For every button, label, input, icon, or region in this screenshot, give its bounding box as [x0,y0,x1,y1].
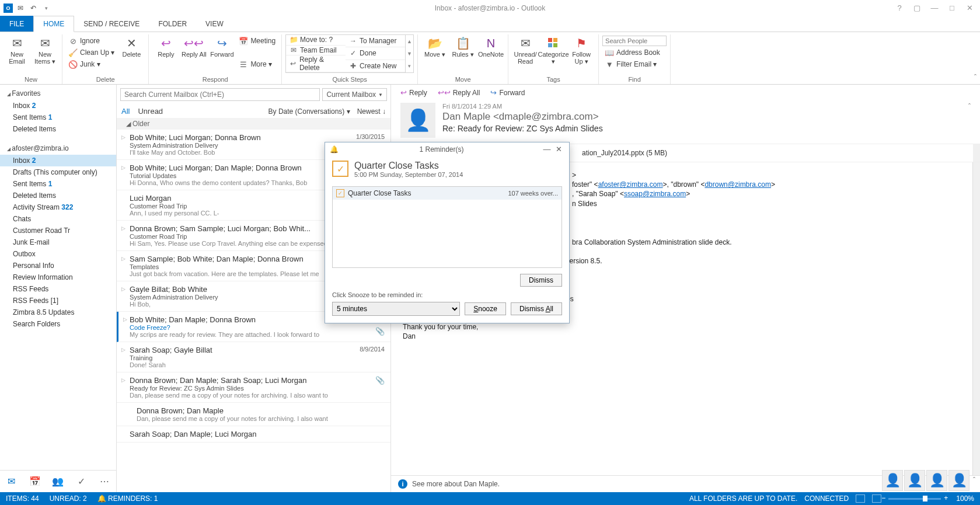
expand-icon[interactable]: ▷ [121,134,125,140]
qs-done[interactable]: ✓Done [346,47,405,60]
view-reading-icon[interactable] [872,494,881,503]
header-collapse-icon[interactable]: ˆ [968,103,971,111]
forward-button[interactable]: ↪Forward [208,34,235,58]
expand-icon[interactable]: ▷ [121,286,125,292]
email-link[interactable]: afoster@zimbra.com [598,180,663,189]
onenote-button[interactable]: NOneNote [477,34,504,58]
sort-by-dropdown[interactable]: By Date (Conversations) ▾ [268,107,350,116]
favorites-header[interactable]: Favorites [0,87,116,100]
filter-unread[interactable]: Unread [138,107,163,116]
expand-icon[interactable]: ▷ [123,316,127,322]
expand-icon[interactable]: ▷ [121,377,125,383]
nav-folder-item[interactable]: Zimbra 8.5 Updates [0,307,116,318]
search-scope-dropdown[interactable]: Current Mailbox▼ [322,88,387,101]
address-book-button[interactable]: 📖Address Book [602,47,667,58]
nav-folder-item[interactable]: Sent Items 1 [0,178,116,190]
email-link[interactable]: dbrown@zimbra.com [705,180,771,189]
zoom-slider[interactable] [888,498,941,500]
dialog-minimize-icon[interactable]: — [541,145,553,154]
nav-folder-item[interactable]: Review Information [0,271,116,283]
ribbon-collapse-icon[interactable]: ˆ [974,74,976,82]
nav-people-icon[interactable]: 👥 [51,475,65,489]
search-mailbox-input[interactable] [120,88,320,101]
search-people-input[interactable] [602,36,667,46]
sort-order[interactable]: Newest ↓ [357,107,386,116]
tab-view[interactable]: VIEW [196,16,233,32]
nav-mail-icon[interactable]: ✉ [5,475,19,489]
unread-read-button[interactable]: ✉Unread/ Read [512,34,539,65]
junk-button[interactable]: 🚫Junk ▾ [66,59,117,69]
expand-icon[interactable]: ▷ [121,165,125,170]
maximize-icon[interactable]: □ [944,2,960,14]
nav-folder-item[interactable]: Customer Road Tr [0,225,116,236]
categorize-button[interactable]: Categorize ▾ [540,34,567,65]
qs-team-email[interactable]: ✉Team Email [286,46,346,56]
qs-down-icon[interactable]: ▼ [406,47,413,60]
reading-reply-all-button[interactable]: ↩↩Reply All [438,88,480,97]
dismiss-button[interactable]: Dismiss [520,274,562,287]
tab-send-receive[interactable]: SEND / RECEIVE [74,16,149,32]
email-link[interactable]: ssoap@zimbra.com [624,190,686,198]
reading-reply-button[interactable]: ↩Reply [400,88,427,97]
qat-customize-icon[interactable]: ▾ [41,3,51,13]
filter-all[interactable]: All [121,107,130,116]
dialog-close-icon[interactable]: ✕ [553,145,564,154]
group-older[interactable]: ◢ Older [117,118,390,130]
see-more-link[interactable]: See more about Dan Maple. [412,480,500,488]
ignore-button[interactable]: ⊘Ignore [66,36,117,46]
message-item[interactable]: ▷Donna Brown; Dan Maple; Sarah Soap; Luc… [117,372,390,403]
filter-email-button[interactable]: ▼Filter Email ▾ [602,59,667,69]
contact-photo[interactable]: 👤 [948,470,969,491]
nav-folder-item[interactable]: Inbox 2 [0,155,116,166]
contact-photo[interactable]: 👤 [882,470,903,491]
nav-more-icon[interactable]: ⋯ [97,475,111,489]
nav-folder-item[interactable]: RSS Feeds [1] [0,295,116,307]
reply-button[interactable]: ↩Reply [152,34,179,58]
nav-favorite-item[interactable]: Deleted Items [0,123,116,135]
nav-folder-item[interactable]: Deleted Items [0,190,116,201]
nav-folder-item[interactable]: Chats [0,213,116,225]
message-item[interactable]: Sarah Soap; Dan Maple; Luci Morgan [117,426,390,443]
new-email-button[interactable]: ✉New Email [4,34,30,65]
nav-calendar-icon[interactable]: 📅 [28,475,42,489]
followup-button[interactable]: ⚑Follow Up ▾ [568,34,595,65]
contact-photo[interactable]: 👤 [926,470,947,491]
qs-to-manager[interactable]: →To Manager [346,35,405,47]
account-header[interactable]: afoster@zimbra.io [0,142,116,155]
nav-folder-item[interactable]: Search Folders [0,318,116,330]
people-pane-expand-icon[interactable]: ˆ [971,476,978,485]
nav-folder-item[interactable]: Personal Info [0,260,116,271]
contact-photo[interactable]: 👤 [904,470,925,491]
dismiss-all-button[interactable]: Dismiss All [511,302,562,315]
nav-favorite-item[interactable]: Inbox 2 [0,100,116,112]
tab-folder[interactable]: FOLDER [149,16,196,32]
ribbon-display-icon[interactable]: ▢ [909,2,925,14]
close-icon[interactable]: ✕ [961,2,978,14]
nav-folder-item[interactable]: Outbox [0,248,116,260]
tab-home[interactable]: HOME [33,16,74,32]
nav-folder-item[interactable]: Activity Stream 322 [0,201,116,213]
expand-icon[interactable]: ▷ [121,225,125,231]
delete-button[interactable]: ✕Delete [118,34,145,58]
minimize-icon[interactable]: — [926,2,943,14]
status-reminders[interactable]: 🔔 REMINDERS: 1 [97,494,158,503]
nav-favorite-item[interactable]: Sent Items 1 [0,112,116,123]
nav-folder-item[interactable]: RSS Feeds [0,283,116,295]
qs-create-new[interactable]: ✚Create New [346,60,405,72]
qs-moveto[interactable]: 📁Move to: ? [286,35,346,46]
nav-tasks-icon[interactable]: ✓ [74,475,88,489]
expand-icon[interactable]: ▷ [121,256,125,262]
snooze-button[interactable]: Snooze [465,302,506,315]
reply-all-button[interactable]: ↩↩Reply All [180,34,207,58]
message-item[interactable]: ▷Sarah Soap; Gayle BillatTrainingDone! S… [117,342,390,372]
new-items-button[interactable]: ✉New Items ▾ [32,34,58,65]
send-receive-icon[interactable]: ✉ [15,3,26,13]
rules-button[interactable]: 📋Rules ▾ [449,34,476,58]
move-button[interactable]: 📂Move ▾ [421,34,448,58]
expand-icon[interactable]: ▷ [121,347,125,353]
cleanup-button[interactable]: 🧹Clean Up ▾ [66,47,117,58]
undo-icon[interactable]: ↶ [28,3,39,13]
more-respond-button[interactable]: ☰More ▾ [236,59,278,69]
meeting-button[interactable]: 📅Meeting [236,36,278,46]
snooze-select[interactable]: 5 minutes [332,302,460,316]
